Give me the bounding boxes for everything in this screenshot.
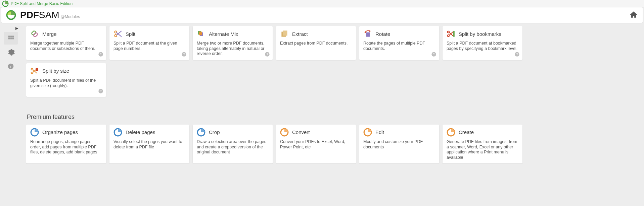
sidebar-item-info[interactable] [4,60,18,73]
home-icon [629,10,638,19]
brand-name: PDFSAM [20,10,59,20]
brand: PDFSAM @Modules [20,10,80,20]
brand-logo-icon [6,10,16,20]
mix-icon [197,29,205,38]
module-title: Split by bookmarks [459,31,501,37]
sidebar-item-settings[interactable] [4,46,18,59]
svg-rect-23 [283,30,287,36]
svg-rect-4 [12,36,14,38]
module-extract[interactable]: Extract Extract pages from PDF documents… [276,26,356,60]
svg-rect-19 [199,32,202,36]
module-desc: Draw a selection area over the pages and… [197,139,269,155]
module-desc: Visually select the pages you want to de… [113,139,185,150]
premium-create[interactable]: Create Generate PDF files from images, f… [443,125,522,164]
svg-rect-10 [10,65,11,65]
premium-blue-icon [113,128,122,137]
premium-crop[interactable]: Crop Draw a selection area over the page… [193,125,273,164]
module-split-bookmarks[interactable]: Split by bookmarks Split a PDF document … [443,26,522,60]
module-title: Crop [209,129,220,135]
svg-rect-6 [10,38,12,39]
app-logo-icon [2,0,9,7]
module-rotate[interactable]: Rotate Rotate the pages of multiple PDF … [359,26,439,60]
info-icon [7,63,14,70]
module-desc: Rearrange pages, change pages order, add… [30,139,102,155]
sidebar-expand-button[interactable]: ▶ [15,24,21,30]
scissors-bookmark-icon [447,29,455,38]
help-icon[interactable]: ? [98,52,103,58]
module-title: Create [459,129,474,135]
module-title: Organize pages [42,129,78,135]
svg-rect-2 [8,36,10,38]
svg-text:?: ? [433,53,434,56]
module-desc: Merge together multiple PDF documents or… [30,41,102,51]
module-title: Extract [292,31,308,37]
home-button[interactable] [629,10,638,20]
svg-text:?: ? [183,53,185,56]
module-alternate-mix[interactable]: Alternate Mix Merge two or more PDF docu… [193,26,273,60]
module-merge[interactable]: Merge Merge together multiple PDF docume… [26,26,106,60]
svg-text:?: ? [100,53,101,56]
module-desc: Split a PDF document in files of the giv… [30,78,102,88]
svg-rect-7 [12,38,14,39]
module-desc: Split a PDF document at bookmarked pages… [447,41,518,51]
modules-grid: Merge Merge together multiple PDF docume… [26,26,639,97]
svg-text:?: ? [266,53,268,56]
scissors-size-icon [30,67,39,75]
premium-convert[interactable]: Convert Convert your PDFs to Excel, Word… [276,125,356,164]
module-title: Convert [292,129,310,135]
sidebar-item-modules[interactable] [4,32,18,45]
module-desc: Convert your PDFs to Excel, Word, Power … [280,139,352,150]
module-desc: Generate PDF files from images, from a s… [447,139,518,160]
extract-icon [280,29,289,38]
rotate-icon [363,29,372,38]
module-title: Merge [42,31,57,37]
gear-icon [6,48,15,57]
module-desc: Rotate the pages of multiple PDF documen… [363,41,435,51]
svg-rect-3 [10,36,12,38]
svg-rect-29 [453,31,455,37]
merge-icon [30,29,39,38]
svg-text:?: ? [100,89,101,93]
svg-rect-5 [8,38,10,39]
help-icon[interactable]: ? [265,52,270,58]
premium-grid: Organize pages Rearrange pages, change p… [26,125,639,164]
module-desc: Extract pages from PDF documents. [280,41,352,46]
module-split-size[interactable]: Split by size Split a PDF document in fi… [26,63,106,97]
brand-subtitle: @Modules [61,14,80,19]
svg-rect-34 [36,68,38,71]
content: Merge Merge together multiple PDF docume… [21,23,644,206]
help-icon[interactable]: ? [98,88,103,95]
module-title: Split [126,31,135,37]
window-titlebar: PDF Split and Merge Basic Edition [0,0,644,7]
premium-orange-icon [363,128,372,137]
svg-rect-9 [10,66,11,68]
help-icon[interactable]: ? [181,52,187,58]
grid-icon [7,35,14,42]
module-desc: Merge two or more PDF documents, taking … [197,41,269,57]
premium-blue-icon [197,128,205,137]
premium-blue-icon [30,128,39,137]
premium-orange-icon [447,128,455,137]
svg-text:?: ? [516,53,518,56]
premium-edit[interactable]: Edit Modify and customize your PDF docum… [359,125,439,164]
module-desc: Modify and customize your PDF documents [363,139,435,150]
module-desc: Split a PDF document at the given page n… [113,41,185,51]
module-title: Split by size [42,68,69,74]
help-icon[interactable]: ? [431,52,436,58]
scissors-icon [113,29,122,38]
svg-rect-24 [366,32,370,37]
premium-heading: Premium features [27,114,639,121]
premium-orange-icon [280,128,289,137]
module-title: Alternate Mix [209,31,238,37]
header: PDFSAM @Modules [1,7,643,23]
module-title: Rotate [375,31,390,37]
help-icon[interactable]: ? [514,52,520,58]
module-split[interactable]: Split Split a PDF document at the given … [109,26,189,60]
premium-organize[interactable]: Organize pages Rearrange pages, change p… [26,125,106,164]
window-title: PDF Split and Merge Basic Edition [11,1,73,6]
sidebar: ▶ [0,23,21,206]
premium-delete[interactable]: Delete pages Visually select the pages y… [109,125,189,164]
module-title: Delete pages [126,129,155,135]
module-title: Edit [375,129,384,135]
